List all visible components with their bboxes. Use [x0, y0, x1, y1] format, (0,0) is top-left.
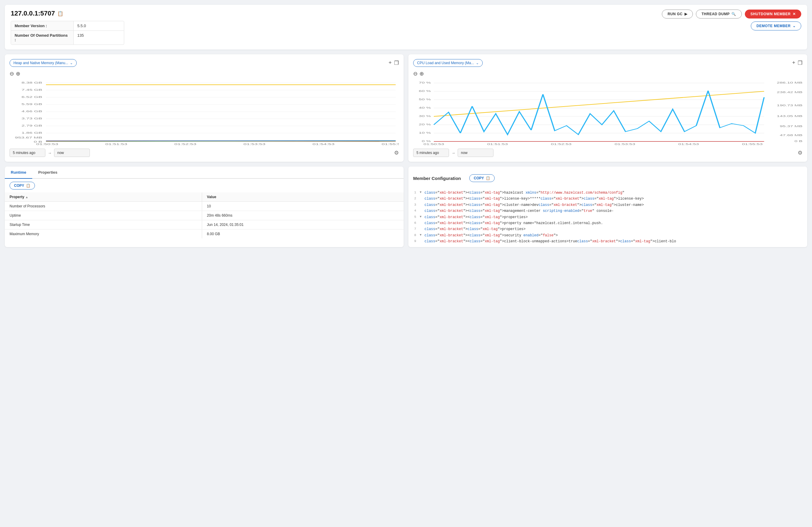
partitions-label: Number Of Owned Partitions : — [11, 31, 74, 44]
svg-text:10 %: 10 % — [419, 131, 431, 134]
svg-text:60 %: 60 % — [419, 89, 431, 92]
fullscreen-icon[interactable]: ❐ — [798, 60, 802, 66]
run-gc-button[interactable]: RUN GC ▶ — [662, 10, 693, 18]
zoom-out-icon[interactable]: ⊖ — [10, 70, 14, 77]
chevron-down-icon: ⌄ — [70, 61, 73, 65]
code-line: 4 class="xml-bracket"><class="xml-tag">m… — [408, 208, 807, 214]
property-cell: Startup Time — [5, 220, 202, 230]
line-content: class="xml-bracket"><class="xml-tag">pro… — [424, 214, 805, 220]
shutdown-member-button[interactable]: SHUTDOWN MEMBER ✕ — [745, 10, 801, 18]
line-toggle — [420, 202, 424, 208]
line-toggle[interactable]: ▼ — [420, 190, 424, 196]
svg-text:7.45 GB: 7.45 GB — [21, 88, 42, 91]
property-col-header: Property ▲ — [5, 192, 202, 202]
member-config-code: 1▼class="xml-bracket"><class="xml-tag">h… — [408, 187, 807, 247]
svg-text:01:50:53: 01:50:53 — [424, 143, 444, 145]
partitions-row: Number Of Owned Partitions : 135 — [11, 31, 124, 44]
member-version-value: 5.5.0 — [74, 21, 124, 30]
svg-text:01:52:53: 01:52:53 — [174, 143, 197, 145]
property-cell: Uptime — [5, 211, 202, 220]
cpu-time-from[interactable] — [413, 149, 449, 157]
zoom-in-icon[interactable]: ⊕ — [16, 70, 20, 77]
svg-text:2.79 GB: 2.79 GB — [21, 124, 42, 127]
copy-host-icon[interactable]: 📋 — [57, 11, 63, 16]
code-line: 2 class="xml-bracket"><class="xml-tag">l… — [408, 196, 807, 202]
svg-text:01:53:53: 01:53:53 — [243, 143, 265, 145]
zoom-in-icon[interactable]: ⊕ — [419, 70, 424, 77]
search-icon: 🔍 — [731, 12, 736, 16]
line-content: class="xml-bracket">class="xml-tag">prop… — [424, 226, 805, 232]
svg-text:6.52 GB: 6.52 GB — [21, 96, 42, 99]
thread-dump-button[interactable]: THREAD DUMP 🔍 — [696, 10, 742, 18]
member-config-header: Member Configuration COPY 📋 — [408, 166, 807, 187]
svg-text:01:51:53: 01:51:53 — [487, 143, 508, 145]
header-right: RUN GC ▶ THREAD DUMP 🔍 SHUTDOWN MEMBER ✕… — [662, 10, 801, 30]
header-left: 127.0.0.1:5707 📋 Member Version : 5.5.0 … — [11, 10, 124, 45]
fullscreen-icon[interactable]: ❐ — [394, 60, 399, 66]
svg-text:50 %: 50 % — [419, 98, 431, 101]
heap-settings-icon[interactable]: ⚙ — [394, 149, 399, 156]
heap-memory-chart-card: Heap and Native Memory (Manu... ⌄ + ❐ ⊖ … — [5, 54, 404, 162]
svg-text:5.59 GB: 5.59 GB — [21, 103, 42, 106]
zoom-out-icon[interactable]: ⊖ — [413, 70, 418, 77]
line-number: 4 — [411, 208, 420, 214]
cpu-chart-actions: + ❐ — [792, 60, 802, 66]
demote-member-button[interactable]: DEMOTE MEMBER ⌄ — [751, 21, 801, 30]
close-icon: ✕ — [793, 12, 796, 16]
line-number: 6 — [411, 220, 420, 226]
line-toggle[interactable]: ▼ — [420, 214, 424, 220]
cpu-time-to[interactable] — [458, 149, 493, 157]
svg-text:01:55:53: 01:55:53 — [381, 143, 399, 145]
svg-text:30 %: 30 % — [419, 115, 431, 118]
svg-text:01:52:53: 01:52:53 — [551, 143, 571, 145]
heap-time-to[interactable] — [54, 149, 90, 157]
add-chart-icon[interactable]: + — [388, 60, 392, 66]
svg-text:70 %: 70 % — [419, 81, 431, 84]
heap-time-from[interactable] — [10, 149, 45, 157]
member-version-row: Member Version : 5.5.0 — [11, 21, 124, 31]
table-row: Number of Processors10 — [5, 202, 404, 211]
svg-text:286.10 MB: 286.10 MB — [777, 81, 802, 84]
svg-text:01:54:53: 01:54:53 — [313, 143, 335, 145]
svg-text:8.38 GB: 8.38 GB — [21, 81, 42, 84]
line-toggle[interactable]: ▼ — [420, 233, 424, 238]
svg-text:0 %: 0 % — [422, 140, 431, 143]
tab-properties[interactable]: Properties — [32, 166, 63, 179]
line-content: class="xml-bracket"><class="xml-tag">man… — [424, 208, 805, 214]
cpu-chart-selector[interactable]: CPU Load and Used Memory (Ma... ⌄ — [413, 59, 483, 67]
code-line: 9 class="xml-bracket"><class="xml-tag">c… — [408, 238, 807, 245]
runtime-data-table: Property ▲ Value Number of Processors10U… — [5, 192, 404, 238]
heap-chart-header: Heap and Native Memory (Manu... ⌄ + ❐ — [10, 59, 399, 67]
svg-text:953.67 MB: 953.67 MB — [15, 136, 42, 139]
member-version-label: Member Version : — [11, 21, 74, 30]
cpu-chart-title: CPU Load and Used Memory (Ma... — [417, 61, 474, 65]
runtime-tab-bar: Runtime Properties — [5, 166, 404, 179]
runtime-copy-button[interactable]: COPY 📋 — [10, 182, 35, 190]
member-config-copy-button[interactable]: COPY 📋 — [469, 174, 495, 182]
svg-text:40 %: 40 % — [419, 106, 431, 109]
host-title: 127.0.0.1:5707 📋 — [11, 10, 124, 17]
property-cell: Maximum Memory — [5, 230, 202, 239]
charts-row: Heap and Native Memory (Manu... ⌄ + ❐ ⊖ … — [5, 54, 807, 162]
svg-text:95.37 MB: 95.37 MB — [780, 125, 802, 128]
value-cell: 20m 48s 660ms — [202, 211, 404, 220]
table-row: Startup TimeJun 14, 2024, 01:35:01 — [5, 220, 404, 230]
line-toggle — [420, 238, 424, 245]
line-content: class="xml-bracket"><class="xml-tag">cli… — [424, 238, 805, 245]
line-number: 9 — [411, 238, 420, 245]
svg-text:4.66 GB: 4.66 GB — [21, 110, 42, 113]
line-number: 2 — [411, 196, 420, 202]
line-content: class="xml-bracket"><class="xml-tag">sec… — [424, 233, 805, 238]
value-cell: 8.00 GB — [202, 230, 404, 239]
line-toggle — [420, 226, 424, 232]
line-toggle — [420, 196, 424, 202]
svg-text:47.68 MB: 47.68 MB — [780, 134, 802, 137]
cpu-zoom-controls: ⊖ ⊕ — [413, 70, 802, 77]
time-arrow-icon: → — [48, 151, 52, 155]
copy-icon: 📋 — [486, 176, 490, 180]
heap-chart-selector[interactable]: Heap and Native Memory (Manu... ⌄ — [10, 59, 77, 67]
tab-runtime[interactable]: Runtime — [5, 166, 32, 179]
add-chart-icon[interactable]: + — [792, 60, 795, 66]
cpu-settings-icon[interactable]: ⚙ — [798, 149, 802, 156]
bottom-row: Runtime Properties COPY 📋 Property ▲ Val… — [5, 166, 807, 247]
